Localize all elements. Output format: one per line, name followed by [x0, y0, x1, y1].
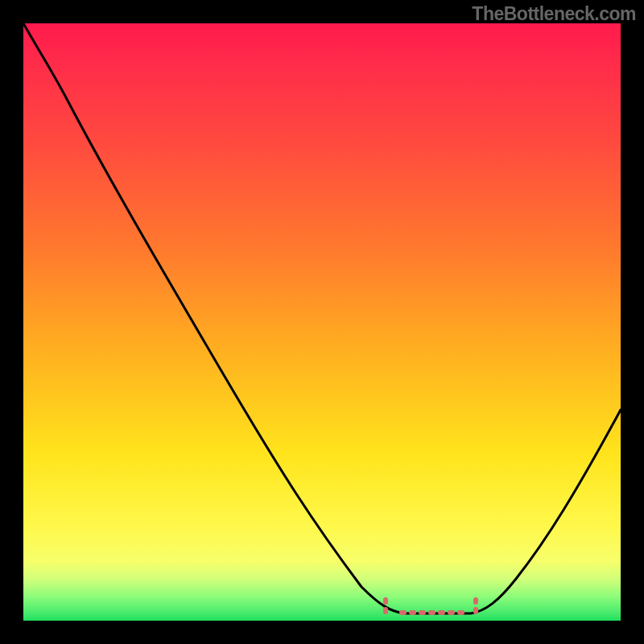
bottleneck-chart: TheBottleneck.com	[0, 0, 644, 644]
gradient-plot-area	[23, 23, 621, 621]
watermark-text: TheBottleneck.com	[472, 3, 636, 25]
